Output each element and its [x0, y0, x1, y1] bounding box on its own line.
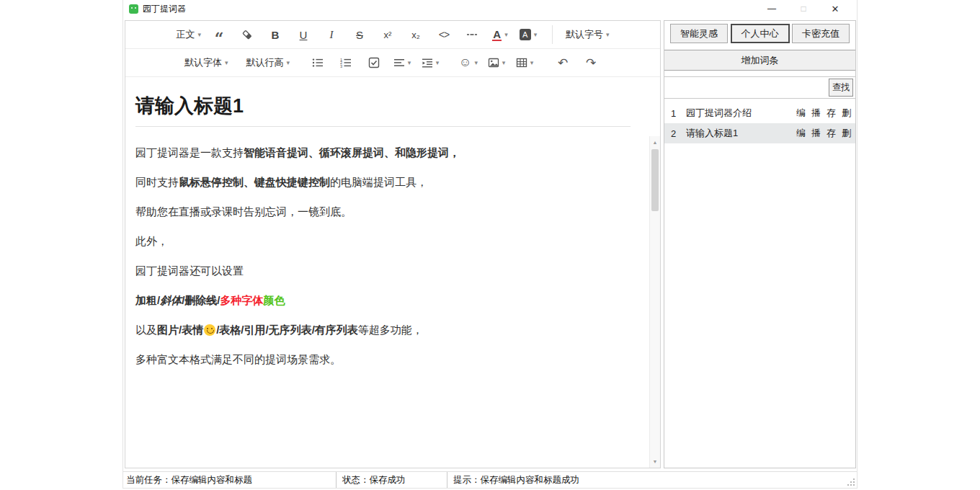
- minimize-button[interactable]: —: [756, 1, 788, 17]
- entry-row[interactable]: 2 请输入标题1 编 播 存 删: [664, 123, 855, 143]
- quote-button[interactable]: “: [209, 25, 229, 44]
- superscript-button[interactable]: x²: [378, 25, 398, 44]
- editor-scrollbar[interactable]: ▲ ▼: [649, 136, 660, 468]
- code-button[interactable]: <>: [434, 25, 454, 44]
- editor-paragraph[interactable]: 园丁提词器还可以设置: [135, 264, 631, 277]
- entry-list: 1 园丁提词器介绍 编 播 存 删 2 请输入标题1 编 播 存 删: [664, 103, 855, 143]
- editor-paragraph[interactable]: 加粗/斜体/删除线/多种字体颜色: [135, 293, 631, 307]
- clear-format-button[interactable]: [237, 25, 257, 44]
- superscript-icon: x²: [384, 30, 392, 40]
- editor-paragraph[interactable]: 此外，: [135, 234, 631, 248]
- entry-save-button[interactable]: 存: [827, 127, 836, 140]
- editor-paragraph[interactable]: 帮助您在直播或录课时告别忘词，一镜到底。: [135, 205, 631, 218]
- text-segment: 园丁提词器是一款支持: [135, 146, 244, 159]
- toolbar-row-2: 默认字体 ▾ 默认行高 ▾ 123: [125, 49, 660, 77]
- undo-icon: ↶: [558, 55, 568, 71]
- maximize-button[interactable]: □: [788, 1, 819, 17]
- underline-icon: U: [300, 29, 308, 41]
- statusbar: 当前任务：保存编辑内容和标题 状态：保存成功 提示：保存编辑内容和标题成功: [123, 471, 857, 488]
- redo-button[interactable]: ↷: [581, 53, 601, 72]
- status-task: 当前任务：保存编辑内容和标题: [123, 472, 337, 488]
- card-recharge-button[interactable]: 卡密充值: [792, 24, 850, 43]
- entry-actions: 编 播 存 删: [796, 107, 851, 120]
- chevron-down-icon: ▾: [530, 59, 534, 66]
- bullet-list-button[interactable]: [308, 53, 328, 72]
- document-title[interactable]: 请输入标题1: [135, 94, 631, 127]
- side-panel: 智能灵感 个人中心 卡密充值 增加词条 查找 1 园丁提词器介绍 编 播 存 删…: [664, 20, 856, 468]
- entry-edit-button[interactable]: 编: [796, 127, 806, 140]
- editor-paragraph[interactable]: 以及图片/表情/表格/引用/无序列表/有序列表等超多功能，: [135, 323, 631, 337]
- titlebar: 园丁提词器 — □ ✕: [123, 0, 857, 17]
- entry-play-button[interactable]: 播: [811, 127, 821, 140]
- status-hint: 提示：保存编辑内容和标题成功: [447, 472, 857, 488]
- chevron-down-icon: ▾: [408, 59, 411, 66]
- subscript-button[interactable]: x₂: [406, 25, 426, 44]
- font-size-dropdown[interactable]: 默认字号 ▾: [552, 25, 610, 44]
- undo-button[interactable]: ↶: [553, 53, 573, 72]
- chevron-down-icon: ▾: [287, 59, 290, 66]
- add-entry-button[interactable]: 增加词条: [664, 50, 855, 71]
- chevron-down-icon: ▾: [474, 59, 478, 66]
- scroll-up-icon[interactable]: ▲: [650, 137, 660, 148]
- paragraph-style-dropdown[interactable]: 正文 ▾: [176, 25, 201, 44]
- smart-inspiration-button[interactable]: 智能灵感: [670, 24, 728, 43]
- align-dropdown[interactable]: ▾: [392, 53, 412, 72]
- strikethrough-button[interactable]: S: [349, 25, 370, 44]
- editor-paragraph[interactable]: 园丁提词器是一款支持智能语音提词、循环滚屏提词、和隐形提词，: [135, 146, 631, 159]
- code-icon: <>: [439, 29, 449, 40]
- resize-grip[interactable]: [847, 478, 855, 486]
- line-height-dropdown[interactable]: 默认行高 ▾: [246, 53, 290, 72]
- entry-actions: 编 播 存 删: [796, 127, 851, 140]
- editor-paragraphs: 园丁提词器是一款支持智能语音提词、循环滚屏提词、和隐形提词，同时支持鼠标悬停控制…: [135, 146, 631, 366]
- editor-paragraph[interactable]: 同时支持鼠标悬停控制、键盘快捷键控制的电脑端提词工具，: [135, 175, 631, 189]
- entry-delete-button[interactable]: 删: [842, 107, 851, 120]
- subscript-icon: x₂: [411, 30, 420, 40]
- chevron-down-icon: ▾: [606, 31, 610, 38]
- text-segment: 的电脑端提词工具，: [330, 176, 427, 188]
- entry-index: 1: [671, 108, 682, 119]
- editor-paragraph[interactable]: 多种富文本格式满足不同的提词场景需求。: [135, 352, 631, 366]
- entry-index: 2: [671, 128, 682, 139]
- text-segment: 删除线: [184, 294, 217, 306]
- text-segment: 斜体: [160, 294, 182, 306]
- italic-button[interactable]: I: [321, 25, 342, 44]
- indent-dropdown[interactable]: ▾: [420, 53, 440, 72]
- numbered-list-button[interactable]: 123: [336, 53, 356, 72]
- entry-edit-button[interactable]: 编: [796, 107, 806, 120]
- text-segment: 园丁提词器还可以设置: [135, 264, 244, 277]
- entry-delete-button[interactable]: 删: [842, 127, 851, 140]
- chevron-down-icon: ▾: [225, 59, 228, 66]
- app-window: 园丁提词器 — □ ✕ 正文 ▾ “ B: [122, 0, 858, 489]
- find-button[interactable]: 查找: [829, 79, 853, 97]
- entry-save-button[interactable]: 存: [827, 107, 836, 120]
- search-input[interactable]: [667, 79, 829, 97]
- image-dropdown[interactable]: ▾: [486, 53, 507, 72]
- text-segment: 以及: [135, 324, 157, 336]
- bold-button[interactable]: B: [265, 25, 285, 44]
- underline-button[interactable]: U: [293, 25, 313, 44]
- entry-row[interactable]: 1 园丁提词器介绍 编 播 存 删: [664, 103, 855, 123]
- text-segment: 多种字体: [220, 294, 264, 306]
- font-color-dropdown[interactable]: A ▾: [490, 25, 510, 44]
- editor-content[interactable]: 请输入标题1 园丁提词器是一款支持智能语音提词、循环滚屏提词、和隐形提词，同时支…: [125, 79, 649, 468]
- bg-color-dropdown[interactable]: A ▾: [518, 25, 538, 44]
- divider-button[interactable]: [462, 25, 482, 44]
- emoji-dropdown[interactable]: ☺ ▾: [458, 53, 478, 72]
- nav-button-row: 智能灵感 个人中心 卡密充值: [664, 21, 855, 43]
- font-color-icon: A: [492, 29, 502, 41]
- scrollbar-thumb[interactable]: [651, 149, 659, 211]
- font-family-label: 默认字体: [184, 56, 222, 69]
- checkbox-icon: [368, 57, 380, 68]
- table-dropdown[interactable]: ▾: [514, 53, 535, 72]
- font-family-dropdown[interactable]: 默认字体 ▾: [184, 53, 228, 72]
- scroll-down-icon[interactable]: ▼: [650, 456, 660, 467]
- entry-play-button[interactable]: 播: [811, 107, 821, 120]
- personal-center-button[interactable]: 个人中心: [731, 24, 790, 43]
- todo-list-button[interactable]: [364, 53, 384, 72]
- text-segment: /表格/引用/无序列表/有序列表: [216, 324, 358, 336]
- text-segment: 智能语音提词、循环滚屏提词、和隐形提词，: [244, 146, 460, 159]
- close-button[interactable]: ✕: [819, 1, 851, 17]
- bg-color-icon: A: [520, 29, 531, 40]
- text-segment: 同时支持: [135, 176, 179, 188]
- redo-icon: ↷: [586, 55, 596, 71]
